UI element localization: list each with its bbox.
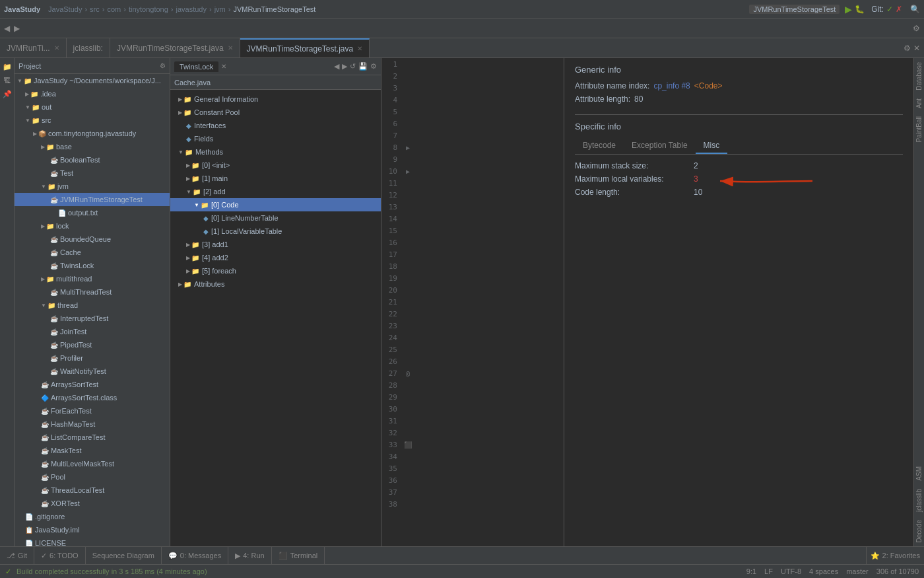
- ct-interfaces[interactable]: ◆ Interfaces: [170, 119, 381, 132]
- ct-general-info[interactable]: ▶ 📁 General Information: [170, 92, 381, 106]
- tree-item-bq[interactable]: ☕ BoundedQueue: [15, 233, 170, 246]
- asm-label[interactable]: ASM: [915, 462, 923, 485]
- git-check-icon[interactable]: ✓: [886, 5, 893, 14]
- close-all-icon[interactable]: ✕: [913, 44, 920, 53]
- ct-lnt[interactable]: ◆ [0] LineNumberTable: [170, 211, 381, 225]
- ct-code[interactable]: ▼ 📁 [0] Code: [170, 198, 381, 211]
- bookmark-icon[interactable]: 📌: [1, 88, 14, 100]
- git-icon[interactable]: Git:: [871, 5, 884, 14]
- tab-0-close[interactable]: ✕: [54, 44, 59, 52]
- nav-forward-icon[interactable]: ▶: [14, 24, 20, 33]
- tree-item-test[interactable]: ☕ Test: [15, 166, 170, 180]
- tree-item-twinslock[interactable]: ☕ TwinsLock: [15, 259, 170, 272]
- tree-item-mt[interactable]: ☕ MaskTest: [15, 444, 170, 457]
- reload-class[interactable]: ↺: [350, 62, 356, 71]
- bottom-tab-todo[interactable]: ✓ 6: TODO: [34, 547, 86, 564]
- tree-item-pt[interactable]: ☕ PipedTest: [15, 338, 170, 351]
- ct-main[interactable]: ▶ 📁 [1] main: [170, 172, 381, 185]
- settings-icon[interactable]: ⚙: [913, 24, 920, 33]
- tree-item-idea[interactable]: ▶ 📁 .idea: [15, 87, 170, 100]
- tree-item-thread[interactable]: ▼ 📁 thread: [15, 299, 170, 312]
- tab-bytecode[interactable]: Bytecode: [575, 138, 624, 154]
- line-col-indicator[interactable]: 9:1: [746, 567, 756, 575]
- lf-indicator[interactable]: LF: [764, 567, 773, 575]
- project-icon[interactable]: 📁: [1, 61, 14, 73]
- paintball-label[interactable]: PaintBall: [915, 112, 923, 146]
- tab-exception-table[interactable]: Exception Table: [624, 138, 696, 154]
- tree-item-hmt[interactable]: ☕ HashMapTest: [15, 417, 170, 431]
- settings-class[interactable]: ⚙: [370, 62, 377, 71]
- tree-item-iml[interactable]: 📋 JavaStudy.iml: [15, 523, 170, 536]
- tree-item-cache[interactable]: ☕ Cache: [15, 246, 170, 259]
- ct-init[interactable]: ▶ 📁 [0] <init>: [170, 159, 381, 172]
- tab-misc[interactable]: Misc: [696, 138, 728, 154]
- tree-item-fet[interactable]: ☕ ForEachTest: [15, 404, 170, 417]
- tree-item-output[interactable]: 📄 output.txt: [15, 206, 170, 219]
- ct-add1[interactable]: ▶ 📁 [3] add1: [170, 238, 381, 251]
- save-class[interactable]: 💾: [358, 62, 368, 71]
- ct-fields[interactable]: ◆ Fields: [170, 132, 381, 145]
- tree-item-lct[interactable]: ☕ ListCompareTest: [15, 431, 170, 444]
- tree-item-pkg[interactable]: ▶ 📦 com.tinytongtong.javastudy: [15, 127, 170, 140]
- tab-1-close[interactable]: ✕: [228, 44, 233, 52]
- bottom-tab-terminal[interactable]: ⬛ Terminal: [272, 547, 325, 564]
- tree-item-lock[interactable]: ▶ 📁 lock: [15, 219, 170, 233]
- encoding-indicator[interactable]: UTF-8: [781, 567, 801, 575]
- tree-item-ast[interactable]: ☕ ArraysSortTest: [15, 378, 170, 391]
- tree-item-out[interactable]: ▼ 📁 out: [15, 100, 170, 114]
- nav-back-class[interactable]: ◀: [334, 62, 339, 71]
- vcs-indicator[interactable]: master: [846, 567, 869, 575]
- bottom-tab-seqdiag[interactable]: Sequence Diagram: [86, 547, 162, 564]
- tab-2-close[interactable]: ✕: [357, 45, 362, 52]
- tab-0[interactable]: JVMRunTi... ✕: [0, 38, 67, 57]
- ct-add[interactable]: ▼ 📁 [2] add: [170, 185, 381, 198]
- bottom-tab-run[interactable]: ▶ 4: Run: [228, 547, 271, 564]
- tab-jclasslib[interactable]: jclasslib:: [67, 38, 110, 57]
- class-tab[interactable]: TwinsLock: [174, 61, 218, 72]
- ant-label[interactable]: Ant: [915, 94, 923, 112]
- tree-item-mtt[interactable]: ☕ MultiThreadTest: [15, 285, 170, 299]
- project-settings-icon[interactable]: ⚙: [160, 62, 166, 69]
- settings-tab-icon[interactable]: ⚙: [904, 44, 911, 53]
- tree-item-pool[interactable]: ☕ Pool: [15, 470, 170, 484]
- nav-fwd-class[interactable]: ▶: [342, 62, 347, 71]
- tree-item-license[interactable]: 📄 LICENSE: [15, 536, 170, 546]
- tree-item-jvmtest[interactable]: ☕ JVMRunTimeStorageTest: [15, 193, 170, 206]
- ct-methods[interactable]: ▼ 📁 Methods: [170, 145, 381, 159]
- tree-item-javastudy[interactable]: ▼ 📁 JavaStudy ~/Documents/workspace/J...: [15, 74, 170, 87]
- nav-back-icon[interactable]: ◀: [4, 24, 10, 33]
- tree-item-gitignore[interactable]: 📄 .gitignore: [15, 510, 170, 523]
- tree-item-jvm[interactable]: ▼ 📁 jvm: [15, 180, 170, 193]
- spaces-indicator[interactable]: 4 spaces: [809, 567, 838, 575]
- bottom-tab-git[interactable]: ⎇ Git: [0, 547, 34, 564]
- tree-item-jt[interactable]: ☕ JoinTest: [15, 325, 170, 338]
- tree-item-it[interactable]: ☕ InterruptedTest: [15, 312, 170, 325]
- ct-add2[interactable]: ▶ 📁 [4] add2: [170, 251, 381, 264]
- ct-attributes[interactable]: ▶ 📁 Attributes: [170, 277, 381, 291]
- play-icon[interactable]: ▶: [845, 4, 852, 15]
- debug-icon[interactable]: 🐛: [855, 5, 865, 14]
- tab-1[interactable]: JVMRunTimeStorageTest.java ✕: [110, 38, 240, 57]
- tree-item-base[interactable]: ▶ 📁 base: [15, 140, 170, 153]
- ct-foreach[interactable]: ▶ 📁 [5] foreach: [170, 264, 381, 277]
- tree-item-src[interactable]: ▼ 📁 src: [15, 114, 170, 127]
- jclasslib-label[interactable]: jclasslib: [915, 485, 923, 516]
- tree-item-wnt[interactable]: ☕ WaitNotifyTest: [15, 365, 170, 378]
- git-x-icon[interactable]: ✗: [896, 5, 902, 14]
- bottom-tab-messages[interactable]: 💬 0: Messages: [162, 547, 228, 564]
- favorites-icon[interactable]: ⭐ 2: Favorites: [871, 552, 920, 560]
- tree-item-mlmt[interactable]: ☕ MultiLevelMaskTest: [15, 457, 170, 470]
- tree-item-multithread[interactable]: ▶ 📁 multithread: [15, 272, 170, 285]
- tree-item-xort[interactable]: ☕ XORTest: [15, 497, 170, 510]
- ct-constant-pool[interactable]: ▶ 📁 Constant Pool: [170, 106, 381, 119]
- tree-item-booltest[interactable]: ☕ BooleanTest: [15, 153, 170, 166]
- structure-icon[interactable]: 🏗: [1, 75, 13, 87]
- ct-lvt[interactable]: ◆ [1] LocalVariableTable: [170, 225, 381, 238]
- tree-item-astclass[interactable]: 🔷 ArraysSortTest.class: [15, 391, 170, 404]
- decode-label[interactable]: Decode: [915, 516, 923, 546]
- tree-item-pr[interactable]: ☕ Profiler: [15, 351, 170, 365]
- search-icon[interactable]: 🔍: [910, 5, 920, 14]
- attr-name-value[interactable]: cp_info #8: [653, 81, 690, 90]
- class-tab-close[interactable]: ✕: [221, 63, 226, 70]
- database-label[interactable]: Database: [915, 58, 923, 94]
